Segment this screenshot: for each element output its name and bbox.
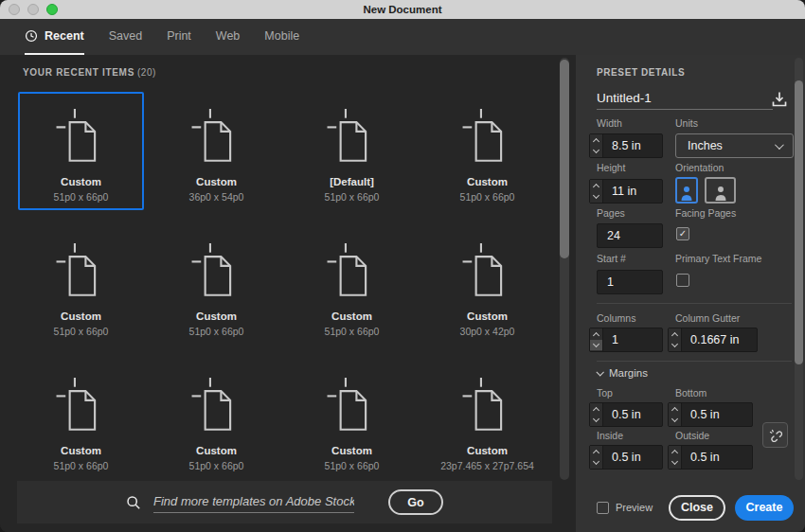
margin-bottom-stepper [669,403,682,426]
chevron-down-icon [775,140,784,150]
chevron-up-icon [593,184,599,190]
height-step-up[interactable] [590,181,602,191]
column-gutter-stepper [669,328,682,351]
template-name: Custom [196,310,237,322]
margin-outside-input[interactable] [682,446,752,469]
template-card[interactable]: Custom 51p0 x 66p0 [18,226,144,345]
landscape-person-icon [713,185,728,202]
height-step-down[interactable] [590,191,602,202]
save-preset-button[interactable] [770,89,791,110]
width-input[interactable] [603,134,662,157]
document-icon [190,109,243,166]
column-gutter-step-down[interactable] [669,340,681,350]
template-card[interactable]: Custom 51p0 x 66p0 [18,361,144,479]
columns-label: Columns [597,312,635,324]
tab-recent[interactable]: Recent [25,19,84,55]
section-divider [597,303,792,304]
units-dropdown[interactable]: Inches [675,133,794,158]
height-stepper [590,180,603,203]
column-gutter-step-up[interactable] [669,329,681,340]
template-card[interactable]: Custom 30p0 x 42p0 [424,226,550,345]
document-icon [55,243,108,300]
recent-grid-scrollbar[interactable] [560,58,569,480]
margin-inside-step-up[interactable] [590,447,602,457]
template-card[interactable]: Custom 23p7.465 x 27p7.654 [424,361,550,479]
preset-name-input[interactable] [597,87,773,110]
preview-checkbox[interactable] [597,502,609,514]
minimize-window-button[interactable] [27,4,39,15]
go-button[interactable]: Go [388,489,443,515]
template-card[interactable]: Custom 51p0 x 66p0 [153,361,279,479]
width-step-down[interactable] [590,146,602,156]
margin-top-input[interactable] [603,403,662,426]
template-card[interactable]: Custom 51p0 x 66p0 [424,92,550,210]
margin-top-step-down[interactable] [590,415,602,425]
document-icon [326,378,379,434]
template-card[interactable]: Custom 36p0 x 54p0 [153,92,279,210]
margin-bottom-input[interactable] [682,403,752,426]
start-number-label: Start # [597,253,626,264]
scrollbar-thumb[interactable] [560,60,569,258]
height-label: Height [597,162,625,173]
orientation-portrait-button[interactable] [675,177,698,204]
tab-mobile[interactable]: Mobile [264,19,299,55]
zoom-window-button[interactable] [46,4,58,15]
template-card[interactable]: Custom 51p0 x 66p0 [153,226,279,345]
chevron-down-icon [593,192,599,199]
recent-items-heading-text: YOUR RECENT ITEMS [23,67,134,78]
margin-outside-field [668,445,753,470]
width-step-up[interactable] [590,135,602,146]
facing-pages-checkbox[interactable] [676,227,689,240]
tab-print[interactable]: Print [167,19,191,55]
column-gutter-field [668,328,758,352]
height-field [589,179,663,204]
column-gutter-input[interactable] [682,328,757,351]
recent-items-heading: YOUR RECENT ITEMS(20) [23,67,156,78]
close-window-button[interactable] [9,4,20,15]
template-card[interactable]: Custom 51p0 x 66p0 [289,361,415,479]
start-number-input[interactable] [597,270,663,294]
recent-items-pane: YOUR RECENT ITEMS(20) Custom 51p0 x 66p0… [0,55,576,532]
height-input[interactable] [603,180,662,203]
orientation-landscape-button[interactable] [705,177,736,204]
margin-bottom-field [668,402,753,427]
tab-web[interactable]: Web [216,19,240,55]
margin-inside-input[interactable] [603,446,662,469]
template-dims: 51p0 x 66p0 [189,326,244,337]
link-margins-button[interactable] [762,422,788,448]
margins-section-toggle[interactable]: Margins [597,367,648,379]
stock-search-input[interactable] [153,492,354,513]
columns-step-down[interactable] [590,340,602,350]
document-icon [326,109,379,166]
margin-outside-step-up[interactable] [669,447,681,457]
document-icon [190,243,243,300]
traffic-lights [9,4,58,15]
pages-input[interactable] [597,223,663,248]
preset-panel-scrollbar[interactable] [795,58,803,480]
orientation-label: Orientation [675,162,724,173]
margin-bottom-step-up[interactable] [669,404,681,415]
margin-inside-step-down[interactable] [590,457,602,468]
columns-step-up[interactable] [590,329,602,340]
template-dims: 36p0 x 54p0 [189,191,244,203]
template-dims: 51p0 x 66p0 [54,460,109,471]
margin-outside-step-down[interactable] [669,457,681,468]
chevron-up-icon [671,332,678,339]
template-card[interactable]: [Default] 51p0 x 66p0 [289,92,415,210]
margin-top-field [589,402,663,427]
tab-print-label: Print [167,29,191,43]
template-card[interactable]: Custom 51p0 x 66p0 [289,226,415,345]
close-button[interactable]: Close [669,495,725,521]
template-card-selected[interactable]: Custom 51p0 x 66p0 [18,92,144,210]
create-button[interactable]: Create [735,495,794,521]
tab-saved[interactable]: Saved [109,19,142,55]
template-name: Custom [61,445,101,456]
section-divider [597,361,792,362]
template-dims: 51p0 x 66p0 [325,191,380,203]
primary-text-frame-checkbox[interactable] [676,274,689,287]
template-name: Custom [331,445,372,456]
scrollbar-thumb[interactable] [795,80,803,364]
margin-top-step-up[interactable] [590,404,602,415]
columns-input[interactable] [603,328,662,351]
margin-bottom-step-down[interactable] [669,415,681,425]
